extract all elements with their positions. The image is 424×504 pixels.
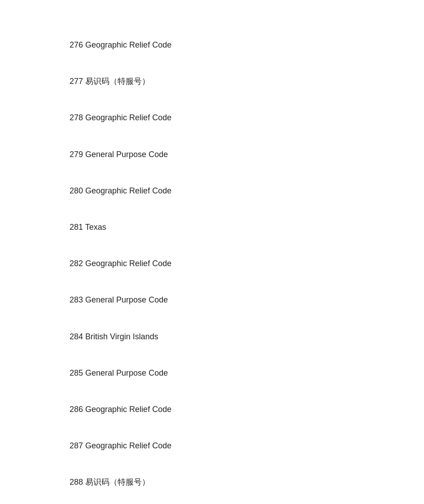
list-item: 283 General Purpose Code <box>70 282 424 318</box>
list-item: 285 General Purpose Code <box>70 355 424 391</box>
item-number: 278 <box>70 113 85 122</box>
item-number: 280 <box>70 186 85 195</box>
item-label: Geographic Relief Code <box>85 186 171 195</box>
item-number: 276 <box>70 40 85 49</box>
item-number: 288 <box>70 478 85 486</box>
item-number: 282 <box>70 259 85 268</box>
item-label: Geographic Relief Code <box>85 40 171 49</box>
list-item: 288 易识码（特服号） <box>70 464 424 500</box>
item-label: Geographic Relief Code <box>85 259 171 268</box>
list-item: 281 Texas <box>70 209 424 245</box>
list-item: 279 General Purpose Code <box>70 136 424 173</box>
item-label: Geographic Relief Code <box>85 441 171 450</box>
item-label: Geographic Relief Code <box>85 405 171 414</box>
item-number: 285 <box>70 368 85 377</box>
item-number: 279 <box>70 150 85 159</box>
list-item: 278 Geographic Relief Code <box>70 100 424 136</box>
item-number: 284 <box>70 332 85 341</box>
item-number: 281 <box>70 223 85 232</box>
item-number: 283 <box>70 295 85 304</box>
code-list: 276 Geographic Relief Code277 易识码（特服号）27… <box>0 0 424 504</box>
item-number: 287 <box>70 441 85 450</box>
item-label: Geographic Relief Code <box>85 113 171 122</box>
list-item: 276 Geographic Relief Code <box>70 27 424 63</box>
item-label: 易识码（特服号） <box>85 77 150 86</box>
list-item: 287 Geographic Relief Code <box>70 428 424 464</box>
item-label: British Virgin Islands <box>85 332 158 341</box>
list-item: 284 British Virgin Islands <box>70 319 424 355</box>
item-label: General Purpose Code <box>85 150 168 159</box>
item-number: 277 <box>70 77 85 86</box>
item-number: 286 <box>70 405 85 414</box>
list-item: 282 Geographic Relief Code <box>70 245 424 282</box>
item-label: General Purpose Code <box>85 368 168 377</box>
list-item: 286 Geographic Relief Code <box>70 391 424 428</box>
item-label: Texas <box>85 223 106 232</box>
list-item: 277 易识码（特服号） <box>70 63 424 100</box>
item-label: 易识码（特服号） <box>85 478 150 486</box>
item-label: General Purpose Code <box>85 295 168 304</box>
list-item: 280 Geographic Relief Code <box>70 173 424 209</box>
